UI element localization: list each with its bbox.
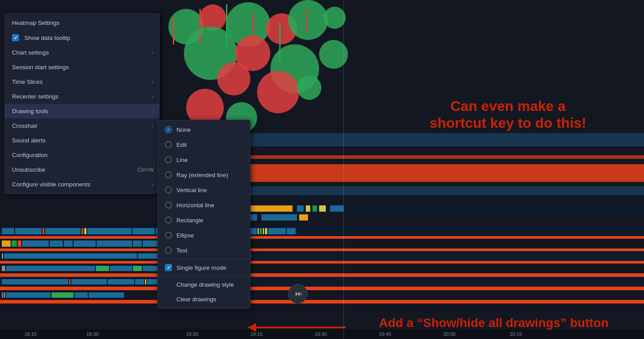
menu-item-configuration[interactable]: Configuration	[5, 148, 159, 162]
bar-segment	[248, 205, 293, 212]
context-menu: Heatmap Settings Show data tooltip Chart…	[4, 13, 160, 194]
radio-horizontal-line	[165, 201, 172, 209]
bar	[97, 240, 132, 247]
submenu-item-ray[interactable]: Ray (extended line)	[158, 167, 250, 182]
bar-segment	[297, 205, 304, 212]
bars-row-1	[0, 226, 644, 236]
menu-item-label: Session start settings	[12, 64, 69, 71]
submenu-divider	[158, 259, 250, 259]
submenu-item-label: None	[176, 126, 191, 133]
radio-ray	[165, 171, 172, 178]
menu-item-label: Chart settings	[12, 49, 49, 56]
candle	[173, 18, 174, 44]
submenu-item-horizontal-line[interactable]: Horizontal line	[158, 197, 250, 213]
bar	[4, 292, 5, 298]
annotation-shortcut: Can even make a shortcut key to do this!	[429, 98, 586, 132]
play-skip-button[interactable]: ⏭	[288, 284, 308, 304]
menu-item-time-slices[interactable]: Time Slices ›	[5, 75, 159, 89]
bar-segment	[312, 205, 317, 212]
radio-vertical-line	[165, 186, 172, 193]
menu-item-chart-settings[interactable]: Chart settings ›	[5, 45, 159, 60]
submenu-item-label: Ellipse	[176, 232, 194, 239]
menu-item-configure-visible[interactable]: Configure visible components ›	[5, 177, 159, 192]
bubble	[257, 71, 299, 113]
submenu-item-clear-drawings[interactable]: Clear drawings	[158, 292, 250, 307]
bar	[138, 253, 160, 259]
menu-item-recenter-settings[interactable]: Recenter settings ›	[5, 89, 159, 104]
menu-item-drawing-tools[interactable]: Drawing tools ›	[5, 104, 159, 118]
bar	[2, 240, 11, 247]
annotation-arrow	[248, 327, 346, 328]
bar	[43, 228, 44, 234]
menu-item-show-data-tooltip[interactable]: Show data tooltip	[5, 30, 159, 45]
submenu-item-change-drawing-style[interactable]: Change drawing style	[158, 277, 250, 292]
menu-item-label: Heatmap Settings	[12, 20, 59, 26]
submenu-item-single-figure-mode[interactable]: Single figure mode	[158, 260, 250, 275]
bar	[22, 240, 49, 247]
bar	[82, 228, 83, 234]
bar	[2, 292, 3, 298]
bubble	[288, 0, 328, 40]
chevron-right-icon: ›	[152, 79, 154, 85]
submenu-item-text[interactable]: Text	[158, 243, 250, 258]
arrow-line	[248, 327, 346, 328]
submenu-item-label: Text	[176, 247, 187, 254]
bar	[71, 279, 107, 284]
bars-row-3	[0, 251, 644, 261]
bar	[2, 279, 68, 284]
submenu-item-rectangle[interactable]: Rectangle	[158, 213, 250, 228]
bar-segment	[319, 205, 326, 212]
bar	[4, 253, 137, 259]
shortcut-label: Ctrl+W	[137, 167, 154, 173]
time-label: 20:00	[443, 331, 456, 337]
bars-row-2	[0, 239, 644, 248]
bars-row-5	[0, 277, 644, 287]
bar	[89, 292, 124, 298]
bar	[133, 228, 155, 234]
menu-item-label: Recenter settings	[12, 93, 59, 100]
submenu-item-ellipse[interactable]: Ellipse	[158, 228, 250, 243]
skip-forward-icon: ⏭	[295, 290, 302, 298]
submenu-item-vertical-line[interactable]: Vertical line	[158, 182, 250, 197]
submenu-item-line[interactable]: Line	[158, 152, 250, 167]
radio-ellipse	[165, 232, 172, 239]
bubble	[324, 7, 346, 29]
menu-item-session-start[interactable]: Session start settings	[5, 60, 159, 75]
menu-item-sound-alerts[interactable]: Sound alerts	[5, 133, 159, 148]
candle	[306, 9, 307, 31]
submenu-item-label: Rectangle	[176, 217, 203, 224]
time-label: 19:45	[379, 331, 391, 337]
checkbox-single-figure-mode	[165, 264, 172, 271]
bar-segment	[330, 205, 343, 212]
bar	[133, 266, 142, 271]
bar	[268, 228, 286, 234]
chevron-right-icon: ›	[152, 108, 154, 114]
orange-line-5	[0, 287, 644, 290]
bar	[2, 266, 5, 271]
orange-line-4	[0, 273, 644, 277]
bar	[135, 279, 144, 284]
bar	[265, 228, 267, 234]
bubble	[297, 75, 321, 100]
radio-edit	[165, 141, 172, 148]
chevron-right-icon: ›	[152, 181, 154, 188]
orange-line-6	[0, 300, 644, 304]
menu-item-crosshair[interactable]: Crosshair ›	[5, 118, 159, 133]
chevron-right-icon: ›	[152, 50, 154, 56]
menu-item-unsubscribe[interactable]: Unsubscribe Ctrl+W	[5, 162, 159, 177]
bar	[133, 240, 142, 247]
submenu-item-edit[interactable]: Edit	[158, 137, 250, 152]
candle	[279, 22, 281, 62]
bar	[2, 253, 3, 259]
candle	[253, 13, 254, 44]
submenu-item-label: Ray (extended line)	[176, 172, 228, 178]
bar	[51, 292, 74, 298]
menu-item-heatmap-settings[interactable]: Heatmap Settings	[5, 16, 159, 30]
bar	[6, 266, 95, 271]
menu-item-label: Drawing tools	[12, 108, 48, 114]
bar	[287, 228, 296, 234]
drawing-tools-submenu: None Edit Line Ray (extended line) Verti…	[157, 120, 250, 309]
radio-text	[165, 247, 172, 254]
submenu-item-none[interactable]: None	[158, 122, 250, 137]
menu-item-label: Configure visible components	[12, 181, 90, 188]
